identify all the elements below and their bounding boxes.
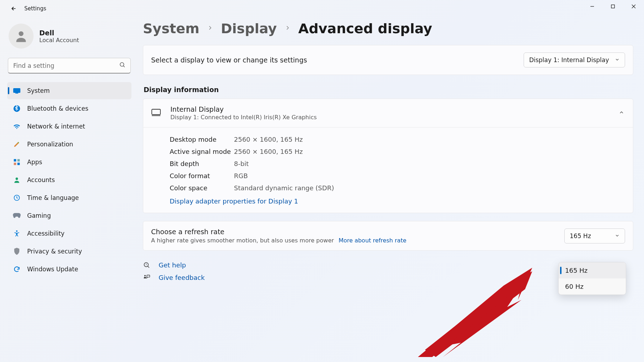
- sidebar-item-bluetooth[interactable]: Bluetooth & devices: [7, 100, 131, 117]
- display-info-header[interactable]: Internal Display Display 1: Connected to…: [143, 99, 633, 127]
- monitor-icon: [151, 109, 161, 118]
- sidebar-item-label: Accounts: [27, 176, 55, 183]
- refresh-rate-subtitle-text: A higher rate gives smoother motion, but…: [151, 237, 334, 244]
- avatar: [9, 24, 34, 49]
- close-icon: [631, 4, 636, 9]
- sidebar-item-label: Time & language: [27, 194, 79, 201]
- back-arrow-icon: [10, 5, 16, 12]
- clock-icon: [13, 194, 21, 201]
- search-wrap: [8, 58, 131, 74]
- window-title: Settings: [24, 5, 46, 12]
- sidebar-item-privacy[interactable]: Privacy & security: [7, 243, 131, 260]
- sidebar-item-label: Network & internet: [27, 123, 85, 130]
- chevron-right-icon: [285, 25, 290, 32]
- apps-icon: [13, 159, 21, 166]
- close-button[interactable]: [623, 0, 644, 13]
- get-help-link[interactable]: Get help: [159, 261, 186, 269]
- paintbrush-icon: [13, 141, 21, 148]
- user-name: Dell: [39, 29, 79, 37]
- update-icon: [13, 266, 21, 273]
- sidebar-item-time-language[interactable]: Time & language: [7, 189, 131, 206]
- sidebar-item-label: Bluetooth & devices: [27, 105, 88, 112]
- kv-value: 8-bit: [234, 160, 249, 167]
- sidebar-item-apps[interactable]: Apps: [7, 154, 131, 171]
- user-account-row[interactable]: Dell Local Account: [7, 21, 131, 55]
- sidebar-item-system[interactable]: System: [7, 82, 131, 99]
- shield-icon: [13, 248, 21, 255]
- kv-key: Color space: [170, 184, 234, 192]
- sidebar-item-label: System: [27, 87, 50, 94]
- kv-row: Active signal mode2560 × 1600, 165 Hz: [170, 145, 624, 157]
- search-input[interactable]: [8, 58, 131, 74]
- svg-rect-11: [18, 159, 20, 162]
- breadcrumb: System Display Advanced display: [143, 21, 633, 36]
- svg-text:?: ?: [145, 263, 147, 266]
- avatar-icon: [14, 29, 28, 43]
- chevron-up-icon: [619, 110, 624, 117]
- select-display-card: Select a display to view or change its s…: [143, 45, 633, 75]
- refresh-option-165hz[interactable]: 165 Hz: [559, 262, 626, 278]
- svg-rect-7: [13, 88, 20, 93]
- sidebar-item-gaming[interactable]: Gaming: [7, 207, 131, 224]
- kv-row: Desktop mode2560 × 1600, 165 Hz: [170, 133, 624, 145]
- wifi-icon: [13, 123, 21, 130]
- back-button[interactable]: [6, 1, 20, 16]
- refresh-rate-card: Choose a refresh rate A higher rate give…: [143, 221, 633, 251]
- minimize-icon: [590, 4, 594, 9]
- breadcrumb-display[interactable]: Display: [221, 21, 277, 36]
- sidebar-item-accessibility[interactable]: Accessibility: [7, 225, 131, 242]
- sidebar-item-network[interactable]: Network & internet: [7, 118, 131, 135]
- minimize-button[interactable]: [582, 0, 603, 13]
- chevron-right-icon: [207, 25, 213, 32]
- refresh-option-60hz[interactable]: 60 Hz: [559, 278, 626, 295]
- chevron-down-icon: [615, 232, 620, 240]
- kv-key: Bit depth: [170, 160, 234, 167]
- kv-value: 2560 × 1600, 165 Hz: [234, 136, 303, 143]
- svg-rect-12: [14, 163, 16, 165]
- gamepad-icon: [13, 213, 21, 218]
- svg-point-9: [14, 105, 20, 112]
- sidebar-item-label: Personalization: [27, 141, 73, 148]
- give-feedback-link[interactable]: Give feedback: [159, 274, 205, 281]
- user-subtitle: Local Account: [39, 37, 79, 44]
- kv-key: Active signal mode: [170, 148, 234, 155]
- svg-line-6: [123, 66, 125, 67]
- kv-value: RGB: [234, 172, 248, 180]
- bluetooth-icon: [13, 105, 21, 112]
- display-selector-value: Display 1: Internal Display: [529, 56, 609, 64]
- title-bar: Settings: [0, 0, 644, 17]
- refresh-rate-value: 165 Hz: [570, 232, 591, 240]
- svg-point-16: [16, 230, 18, 232]
- search-icon: [119, 62, 126, 70]
- kv-row: Color spaceStandard dynamic range (SDR): [170, 182, 624, 194]
- sidebar-item-personalization[interactable]: Personalization: [7, 136, 131, 153]
- refresh-rate-dropdown[interactable]: 165 Hz: [564, 228, 625, 243]
- adapter-properties-link[interactable]: Display adapter properties for Display 1: [170, 197, 298, 205]
- svg-rect-10: [14, 159, 16, 162]
- kv-key: Desktop mode: [170, 136, 234, 143]
- kv-row: Bit depth8-bit: [170, 157, 624, 170]
- svg-point-4: [19, 31, 23, 36]
- sidebar-item-label: Privacy & security: [27, 248, 82, 255]
- display-info-card: Internal Display Display 1: Connected to…: [143, 99, 633, 213]
- person-icon: [13, 176, 21, 183]
- kv-key: Color format: [170, 172, 234, 180]
- maximize-button[interactable]: [603, 0, 623, 13]
- help-icon: ?: [143, 262, 151, 269]
- display-subtitle: Display 1: Connected to Intel(R) Iris(R)…: [170, 114, 317, 121]
- system-icon: [13, 88, 21, 94]
- sidebar-item-label: Windows Update: [27, 266, 78, 273]
- sidebar-item-windows-update[interactable]: Windows Update: [7, 261, 131, 278]
- svg-rect-13: [18, 163, 20, 165]
- svg-point-5: [120, 62, 124, 66]
- kv-value: Standard dynamic range (SDR): [234, 184, 334, 192]
- refresh-option-label: 165 Hz: [565, 267, 588, 274]
- display-selector-dropdown[interactable]: Display 1: Internal Display: [524, 52, 625, 67]
- more-about-refresh-link[interactable]: More about refresh rate: [339, 237, 406, 244]
- svg-point-14: [16, 177, 18, 180]
- page-title: Advanced display: [298, 21, 432, 36]
- sidebar-item-accounts[interactable]: Accounts: [7, 171, 131, 188]
- breadcrumb-system[interactable]: System: [143, 21, 199, 36]
- accessibility-icon: [13, 230, 21, 237]
- svg-rect-1: [611, 5, 615, 8]
